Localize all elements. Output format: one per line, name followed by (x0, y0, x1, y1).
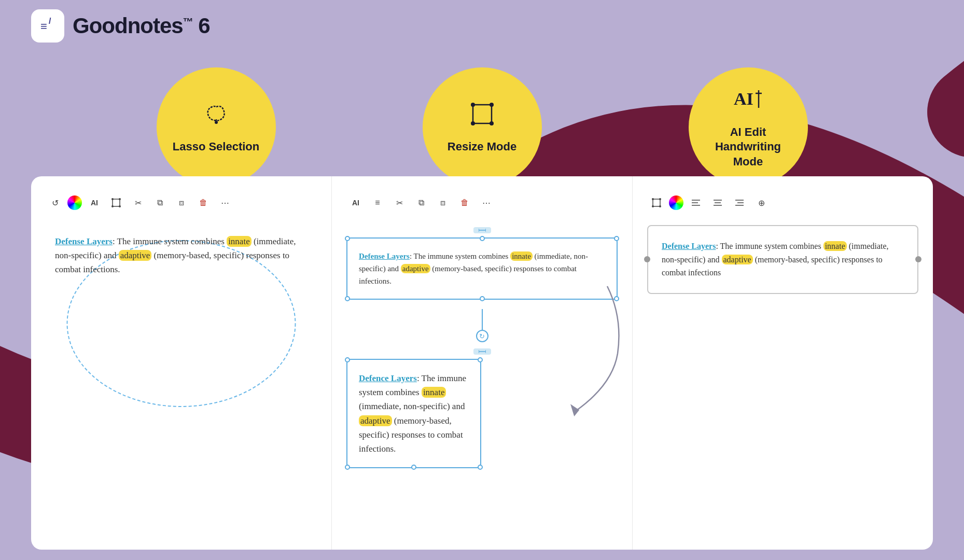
resize-upper-box: Defense Layers: The immune system combin… (346, 237, 618, 300)
select-button-3[interactable] (647, 193, 666, 212)
resize-lower-box: Defence Layers: The immune system combin… (346, 359, 481, 468)
select-button[interactable] (107, 193, 125, 212)
app-name: Goodnotes (73, 13, 183, 38)
ai-icon: AI (733, 85, 764, 120)
align-left-button[interactable] (687, 193, 705, 212)
resize-icon (468, 100, 497, 134)
svg-point-15 (111, 205, 114, 207)
svg-rect-25 (653, 199, 660, 206)
color-picker-button[interactable] (67, 195, 82, 210)
svg-point-16 (119, 205, 121, 207)
resize-bar-between (346, 346, 618, 356)
more-button-2[interactable]: ⋯ (477, 193, 496, 212)
main-content-panel: ↺ AI ✂ ⧉ ⧈ 🗑 ⋯ (31, 176, 933, 550)
lasso-icon (202, 100, 231, 134)
ai-edit-text: Defense Layers: The immune system combin… (658, 235, 908, 284)
svg-rect-4 (473, 105, 492, 123)
resize-handle-lower-tr[interactable] (478, 357, 483, 362)
svg-point-29 (659, 205, 661, 207)
color-picker-button-3[interactable] (669, 195, 683, 210)
svg-point-28 (652, 205, 654, 207)
lasso-text: Defense Layers: The immune system combin… (51, 230, 312, 281)
rotate-handle[interactable]: ↻ (476, 330, 488, 342)
feature-resize: Resize Mode (423, 67, 542, 187)
feature-lasso: Lasso Selection (157, 67, 276, 187)
lasso-toolbar: ↺ AI ✂ ⧉ ⧈ 🗑 ⋯ (46, 192, 317, 214)
resize-handle-tl[interactable] (345, 236, 350, 241)
lasso-label: Lasso Selection (173, 139, 260, 155)
more-button[interactable]: ⋯ (216, 193, 234, 212)
delete-button-2[interactable]: 🗑 (455, 193, 474, 212)
resize-handle-lower-bm[interactable] (411, 465, 416, 470)
resize-handle-tr[interactable] (614, 236, 619, 241)
lasso-demo-panel: ↺ AI ✂ ⧉ ⧈ 🗑 ⋯ (31, 176, 332, 550)
resize-handle-tm[interactable] (480, 236, 485, 241)
ai-toolbar: ⊕ (647, 192, 918, 214)
connector-line (482, 309, 483, 330)
resize-lower-box-wrap: Defence Layers: The immune system combin… (346, 359, 481, 478)
app-version: 6 (198, 13, 209, 38)
ai-edit-demo-panel: ⊕ Defense Layers: The immune system comb… (633, 176, 933, 550)
paste-button[interactable]: ⧈ (172, 193, 191, 212)
more-button-3[interactable]: ⊕ (752, 193, 771, 212)
svg-point-3 (215, 121, 218, 124)
ai-handle-left[interactable] (644, 256, 650, 262)
ai-button-2[interactable]: AI (346, 193, 365, 212)
svg-text:≡: ≡ (40, 20, 47, 33)
svg-point-7 (471, 121, 475, 125)
ai-label: AI Edit Handwriting Mode (699, 125, 798, 170)
svg-point-27 (659, 198, 661, 200)
resize-handle-br[interactable] (614, 296, 619, 301)
svg-point-8 (490, 121, 494, 125)
features-row: Lasso Selection Resize Mode AI AI Edit H… (0, 67, 964, 187)
resize-handle-lower-br[interactable] (478, 465, 483, 470)
svg-point-26 (652, 198, 654, 200)
ai-edit-box: Defense Layers: The immune system combin… (647, 225, 918, 294)
svg-rect-12 (113, 199, 120, 206)
scissors-button-2[interactable]: ✂ (390, 193, 409, 212)
copy-button-2[interactable]: ⧉ (412, 193, 430, 212)
ai-handle-right[interactable] (915, 256, 921, 262)
resize-bar-top (473, 227, 491, 233)
paste-button-2[interactable]: ⧈ (434, 193, 452, 212)
resize-upper-text: Defense Layers: The immune system combin… (355, 246, 609, 291)
app-header: ≡ / Goodnotes™ 6 (31, 9, 210, 43)
resize-toolbar: AI ≡ ✂ ⧉ ⧈ 🗑 ⋯ (346, 192, 618, 214)
svg-point-6 (490, 103, 494, 107)
svg-text:/: / (49, 17, 51, 25)
resize-demo-panel: AI ≡ ✂ ⧉ ⧈ 🗑 ⋯ Defense L (332, 176, 633, 550)
resize-lower-container: Defence Layers: The immune system combin… (346, 359, 618, 478)
svg-point-14 (119, 198, 121, 200)
undo-button[interactable]: ↺ (46, 193, 64, 212)
resize-handle-lower-tl[interactable] (345, 357, 350, 362)
align-right-button[interactable] (730, 193, 749, 212)
align-center-button[interactable] (708, 193, 727, 212)
feature-ai: AI AI Edit Handwriting Mode (689, 67, 808, 187)
app-title: Goodnotes™ 6 (73, 13, 210, 38)
scissors-button[interactable]: ✂ (129, 193, 147, 212)
app-logo: ≡ / (31, 9, 64, 43)
ai-button[interactable]: AI (85, 193, 104, 212)
resize-lower-text: Defence Layers: The immune system combin… (355, 367, 473, 460)
svg-point-5 (471, 103, 475, 107)
resize-handle-bm[interactable] (480, 296, 485, 301)
align-button[interactable]: ≡ (368, 193, 387, 212)
resize-handle-bl[interactable] (345, 296, 350, 301)
resize-handle-lower-bl[interactable] (345, 465, 350, 470)
svg-marker-24 (567, 404, 580, 417)
svg-text:AI: AI (734, 89, 753, 108)
lasso-content: Defense Layers: The immune system combin… (46, 225, 317, 286)
copy-button[interactable]: ⧉ (150, 193, 169, 212)
resize-label: Resize Mode (448, 139, 516, 155)
resize-upper-box-container: Defense Layers: The immune system combin… (346, 225, 618, 342)
svg-point-13 (111, 198, 114, 200)
trademark: ™ (183, 16, 193, 27)
delete-button[interactable]: 🗑 (194, 193, 213, 212)
